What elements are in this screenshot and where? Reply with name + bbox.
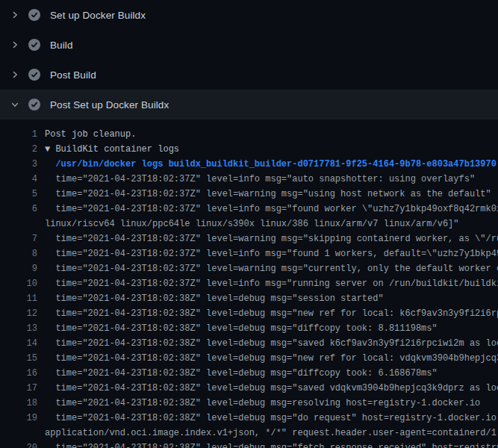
log-line: 11 time="2021-04-23T18:02:38Z" level=deb… xyxy=(0,291,498,306)
log-line-wrap: application/vnd.oci.image.index.v1+json,… xyxy=(0,426,498,441)
log-command-text: /usr/bin/docker logs buildx_buildkit_bui… xyxy=(45,157,497,172)
log-line-text: time="2021-04-23T18:02:37Z" level=info m… xyxy=(45,246,498,261)
log-line-text: time="2021-04-23T18:02:37Z" level=warnin… xyxy=(45,231,498,246)
log-line-number[interactable]: 4 xyxy=(0,172,37,187)
log-line: 9 time="2021-04-23T18:02:37Z" level=warn… xyxy=(0,261,498,276)
log-line: 2▼ BuildKit container logs xyxy=(0,142,498,157)
log-line-text: time="2021-04-23T18:02:38Z" level=debug … xyxy=(45,366,438,381)
log-line-number[interactable]: 18 xyxy=(0,396,37,411)
check-circle-icon xyxy=(28,69,40,81)
log-line-number[interactable]: 15 xyxy=(0,351,37,366)
chevron-right-icon xyxy=(9,39,21,51)
log-line-number[interactable]: 11 xyxy=(0,291,37,306)
log-line-text: time="2021-04-23T18:02:38Z" level=debug … xyxy=(45,291,384,306)
log-line: 6 time="2021-04-23T18:02:37Z" level=info… xyxy=(0,202,498,217)
chevron-right-icon xyxy=(9,69,21,81)
chevron-right-icon xyxy=(9,9,21,21)
log-line: 4 time="2021-04-23T18:02:37Z" level=info… xyxy=(0,172,498,187)
log-line-text: time="2021-04-23T18:02:37Z" level=warnin… xyxy=(45,261,498,276)
log-line-number[interactable]: 5 xyxy=(0,187,37,202)
step-label: Build xyxy=(50,40,73,51)
log-line: 14 time="2021-04-23T18:02:38Z" level=deb… xyxy=(0,336,498,351)
log-line-number[interactable]: 9 xyxy=(0,261,37,276)
log-line-text: time="2021-04-23T18:02:38Z" level=debug … xyxy=(45,411,498,426)
log-line-text: time="2021-04-23T18:02:38Z" level=debug … xyxy=(45,351,498,366)
check-circle-icon xyxy=(28,99,40,111)
log-line: 3 /usr/bin/docker logs buildx_buildkit_b… xyxy=(0,157,498,172)
step-header-post-build[interactable]: Post Build xyxy=(0,60,498,90)
log-line-text: time="2021-04-23T18:02:37Z" level=warnin… xyxy=(45,187,491,202)
log-line-text: time="2021-04-23T18:02:37Z" level=info m… xyxy=(45,202,498,217)
log-viewer: 1Post job cleanup.2▼ BuildKit container … xyxy=(0,119,498,448)
log-line-number[interactable]: 17 xyxy=(0,381,37,396)
log-line-text: time="2021-04-23T18:02:38Z" level=debug … xyxy=(45,441,498,448)
log-line: 16 time="2021-04-23T18:02:38Z" level=deb… xyxy=(0,366,498,381)
log-line: 13 time="2021-04-23T18:02:38Z" level=deb… xyxy=(0,321,498,336)
step-header-build[interactable]: Build xyxy=(0,30,498,60)
log-line-number[interactable]: 8 xyxy=(0,246,37,261)
log-line-text: time="2021-04-23T18:02:38Z" level=debug … xyxy=(45,336,498,351)
log-line-text: Post job cleanup. xyxy=(45,127,136,142)
log-line-text: time="2021-04-23T18:02:37Z" level=info m… xyxy=(45,276,498,291)
log-line: 15 time="2021-04-23T18:02:38Z" level=deb… xyxy=(0,351,498,366)
log-line-number[interactable]: 20 xyxy=(0,441,37,448)
log-line: 5 time="2021-04-23T18:02:37Z" level=warn… xyxy=(0,187,498,202)
log-line-wrap: linux/riscv64 linux/ppc64le linux/s390x … xyxy=(0,217,498,231)
log-line: 18 time="2021-04-23T18:02:38Z" level=deb… xyxy=(0,396,498,411)
log-line-text: time="2021-04-23T18:02:37Z" level=info m… xyxy=(45,172,475,187)
log-line-number xyxy=(0,426,37,441)
log-line: 1Post job cleanup. xyxy=(0,127,498,142)
log-line-number[interactable]: 6 xyxy=(0,202,37,217)
log-line-text: time="2021-04-23T18:02:38Z" level=debug … xyxy=(45,306,498,321)
log-line-number[interactable]: 1 xyxy=(0,127,37,142)
log-line-number[interactable]: 16 xyxy=(0,366,37,381)
step-label: Set up Docker Buildx xyxy=(50,10,146,21)
log-line: 10 time="2021-04-23T18:02:37Z" level=inf… xyxy=(0,276,498,291)
log-line-number[interactable]: 14 xyxy=(0,336,37,351)
log-line-text: time="2021-04-23T18:02:38Z" level=debug … xyxy=(45,381,498,396)
check-circle-icon xyxy=(28,39,40,51)
log-line-text: time="2021-04-23T18:02:38Z" level=debug … xyxy=(45,396,480,411)
step-list: Set up Docker BuildxBuildPost BuildPost … xyxy=(0,0,498,119)
log-line-text: time="2021-04-23T18:02:38Z" level=debug … xyxy=(45,321,438,336)
log-line: 17 time="2021-04-23T18:02:38Z" level=deb… xyxy=(0,381,498,396)
log-line: 19 time="2021-04-23T18:02:38Z" level=deb… xyxy=(0,411,498,426)
step-header-set-up-docker-buildx[interactable]: Set up Docker Buildx xyxy=(0,0,498,30)
step-label: Post Build xyxy=(50,69,96,81)
log-line: 8 time="2021-04-23T18:02:37Z" level=info… xyxy=(0,246,498,261)
chevron-down-icon xyxy=(9,99,21,111)
log-line-number[interactable]: 19 xyxy=(0,411,37,426)
log-line-number[interactable]: 3 xyxy=(0,157,37,172)
log-line-number[interactable]: 10 xyxy=(0,276,37,291)
step-label: Post Set up Docker Buildx xyxy=(50,99,169,111)
log-line-number[interactable]: 12 xyxy=(0,306,37,321)
log-line-text: linux/riscv64 linux/ppc64le linux/s390x … xyxy=(45,217,459,231)
log-line: 12 time="2021-04-23T18:02:38Z" level=deb… xyxy=(0,306,498,321)
log-group-toggle[interactable]: ▼ BuildKit container logs xyxy=(45,142,179,157)
log-line: 20 time="2021-04-23T18:02:38Z" level=deb… xyxy=(0,441,498,448)
log-line-text: application/vnd.oci.image.index.v1+json,… xyxy=(45,426,498,441)
log-line-number xyxy=(0,217,37,231)
check-circle-icon xyxy=(28,9,40,21)
log-line-number[interactable]: 2 xyxy=(0,142,37,157)
log-line-number[interactable]: 7 xyxy=(0,231,37,246)
step-header-post-set-up-docker-buildx[interactable]: Post Set up Docker Buildx xyxy=(0,90,498,119)
log-line-number[interactable]: 13 xyxy=(0,321,37,336)
log-line: 7 time="2021-04-23T18:02:37Z" level=warn… xyxy=(0,231,498,246)
